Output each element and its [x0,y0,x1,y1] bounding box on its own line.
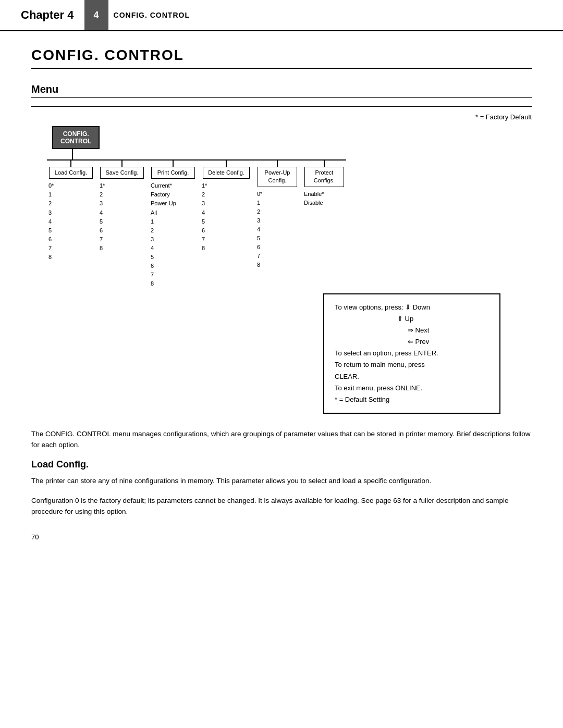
delete-config-box: Delete Config. [203,167,250,179]
nav-line3: ⇒ Next [335,325,489,336]
root-node: CONFIG. CONTROL [52,126,100,159]
nav-line8: To exit menu, press ONLINE. [335,382,489,394]
branch-down-line [324,159,325,167]
menu-diagram: CONFIG. CONTROL Load Config. 0*12345678 … [47,126,532,288]
print-config-values: Current*FactoryPower-UpAll12345678 [149,181,176,288]
nav-line7: CLEAR. [335,371,489,382]
chapter-label: Chapter 4 [21,0,79,30]
print-config-box: Print Config. [151,167,195,179]
branch-row: Load Config. 0*12345678 Save Config. 1*2… [47,159,346,288]
root-down-connector [72,149,73,159]
branch-delete-config: Delete Config. 1*2345678 [200,159,252,253]
nav-line2: ⇑ Up [335,313,489,325]
delete-config-values: 1*2345678 [200,181,207,252]
nav-line9: * = Default Setting [335,394,489,405]
branch-down-line [121,159,123,167]
load-config-para1: The printer can store any of nine config… [31,475,532,487]
page-title: CONFIG. CONTROL [31,47,532,69]
powerup-config-box: Power-UpConfig. [258,167,297,187]
branch-protect-configs: ProtectConfigs. Enable*Disable [302,159,346,207]
main-content: CONFIG. CONTROL Menu * = Factory Default… [0,31,563,562]
protect-configs-values: Enable*Disable [302,190,324,207]
branch-down-line [173,159,174,167]
powerup-config-values: 0*12345678 [255,190,262,269]
nav-line5: To select an option, press ENTER. [335,348,489,359]
nav-line1: To view options, press: ⇓ Down [335,302,489,313]
load-config-para2: Configuration 0 is the factory default; … [31,495,532,517]
branch-down-line [226,159,227,167]
navigation-box: To view options, press: ⇓ Down ⇑ Up ⇒ Ne… [323,293,500,414]
load-config-values: 0*12345678 [47,181,54,261]
menu-heading: Menu [31,83,532,98]
save-config-values: 1*2345678 [98,181,105,252]
nav-line6: To return to main menu, press [335,359,489,371]
branch-down-line [277,159,278,167]
load-config-heading: Load Config. [31,459,532,470]
page-header: Chapter 4 4 CONFIG. CONTROL [0,0,563,31]
nav-line4: ⇐ Prev [335,336,489,348]
branch-print-config: Print Config. Current*FactoryPower-UpAll… [149,159,197,288]
chapter-tab: 4 [84,0,108,30]
branch-save-config: Save Config. 1*2345678 [98,159,146,253]
branch-powerup-config: Power-UpConfig. 0*12345678 [255,159,299,269]
page-number: 70 [31,533,532,541]
load-config-box: Load Config. [49,167,93,179]
branch-load-config: Load Config. 0*12345678 [47,159,95,262]
save-config-box: Save Config. [100,167,144,179]
header-section-title: CONFIG. CONTROL [114,0,190,30]
root-config-control-box: CONFIG. CONTROL [52,126,100,149]
branch-down-line [70,159,71,167]
factory-default-note: * = Factory Default [31,113,532,121]
description-text: The CONFIG. CONTROL menu manages configu… [31,428,532,451]
protect-configs-box: ProtectConfigs. [304,167,344,187]
